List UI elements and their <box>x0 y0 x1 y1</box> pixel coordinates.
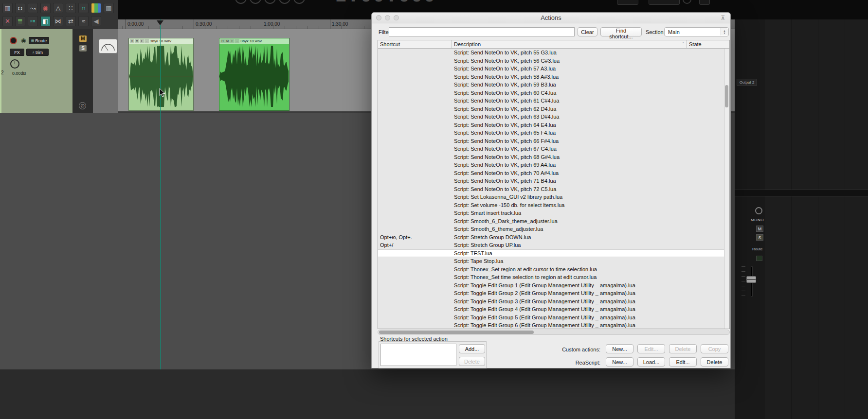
find-shortcut-button[interactable]: Find shortcut... <box>600 27 642 36</box>
volume-fader-handle[interactable] <box>746 276 756 283</box>
item-mute-icon[interactable]: M <box>225 39 230 43</box>
reascript-button[interactable]: New... <box>606 357 633 367</box>
track-list-icon[interactable]: ≣ <box>15 16 25 26</box>
media-item-1[interactable]: ⊓MF~ Звук 18.wav <box>128 38 194 111</box>
action-row[interactable]: Opt+ю, Opt+. Script: Stretch Group DOWN.… <box>378 233 729 242</box>
record-arm-button[interactable] <box>10 37 17 44</box>
mono-stereo-icon[interactable] <box>755 207 762 214</box>
fx-button[interactable]: FX <box>10 49 24 56</box>
horizontal-scrollbar[interactable] <box>378 330 730 335</box>
trim-button[interactable]: ∧ trim <box>26 49 49 56</box>
undo-icon[interactable]: ◀ <box>91 16 101 26</box>
record-monitor-icon[interactable]: ◉ <box>21 37 26 44</box>
mute-button[interactable]: M <box>79 35 87 42</box>
mixer-route-label[interactable]: Route <box>752 247 762 251</box>
dropdown-stepper-icon[interactable]: ▲▼ <box>721 28 728 35</box>
action-row[interactable]: Script: Send NoteOn to VK, pitch 55 G3.l… <box>378 49 729 57</box>
action-row[interactable]: Script: Smooth_6_Dark_theme_adjuster.lua <box>378 217 729 226</box>
action-row[interactable]: Script: Send NoteOn to VK, pitch 64 E4.l… <box>378 121 729 129</box>
route-button[interactable]: ▦ Route <box>29 37 49 44</box>
env-edit-icon[interactable]: ≈ <box>78 16 89 26</box>
action-row[interactable]: Script: Toggle Edit Group 4 (Edit Group … <box>378 305 729 314</box>
action-row[interactable]: Script: Smooth_6_theme_adjuster.lua <box>378 225 729 233</box>
action-row[interactable]: Script: Send NoteOn to VK, pitch 67 G4.l… <box>378 145 729 153</box>
transport-button-partial[interactable] <box>293 0 305 4</box>
item-lock-icon[interactable]: ⊓ <box>130 39 134 43</box>
shortcut-button[interactable]: Add... <box>459 344 485 353</box>
dual-pane-icon[interactable]: ◧ <box>40 16 51 26</box>
action-row[interactable]: Script: Send NoteOn to VK, pitch 57 A3.l… <box>378 65 729 73</box>
media-item-2[interactable]: ⊓MF~ Звук 18.wav <box>219 38 289 111</box>
dock-pin-icon[interactable]: ⊼ <box>720 15 726 21</box>
envelope-icon[interactable]: ↝ <box>28 3 38 13</box>
snap-icon[interactable]: ∩ <box>78 3 89 13</box>
action-row[interactable]: Script: Send NoteOn to VK, pitch 61 C#4.… <box>378 97 729 105</box>
actions-titlebar[interactable]: Actions ⊼ <box>372 13 730 23</box>
metronome-icon[interactable]: △ <box>53 3 63 13</box>
horizontal-scrollbar-thumb[interactable] <box>379 331 534 334</box>
action-row[interactable]: Script: Thonex_Set region at edit cursor… <box>378 265 729 274</box>
action-row[interactable]: Script: Send NoteOn to VK, pitch 72 C5.l… <box>378 185 729 193</box>
reascript-button[interactable]: Delete <box>701 357 728 367</box>
ripple-icon[interactable]: ⇄ <box>66 16 76 26</box>
action-row[interactable]: Script: Send NoteOn to VK, pitch 63 D#4.… <box>378 113 729 121</box>
action-row[interactable]: Opt+/ Script: Stretch Group UP.lua <box>378 241 729 249</box>
transport-button-partial[interactable] <box>264 0 276 4</box>
action-row[interactable]: Script: Smart insert track.lua <box>378 209 729 217</box>
item-mute-icon[interactable]: M <box>135 39 139 43</box>
column-header-state[interactable]: State <box>687 40 729 48</box>
action-row[interactable]: Script: Send NoteOn to VK, pitch 65 F4.l… <box>378 129 729 137</box>
volume-readout[interactable]: 0.00dB <box>12 71 26 76</box>
action-row[interactable]: Script: Tape Stop.lua <box>378 257 729 265</box>
item-lock-icon[interactable]: ⊓ <box>220 39 225 43</box>
action-row[interactable]: Script: Send NoteOn to VK, pitch 59 B3.l… <box>378 81 729 89</box>
edit-cursor-handle[interactable] <box>157 20 163 25</box>
transport-button-partial[interactable] <box>235 0 247 4</box>
theme-colors-icon[interactable]: ■ <box>91 3 101 13</box>
action-row[interactable]: Script: Toggle Edit Group 6 (Edit Group … <box>378 321 729 329</box>
actions-list[interactable]: Script: Send NoteOn to VK, pitch 55 G3.l… <box>378 49 729 329</box>
phase-button[interactable]: ∅ <box>79 102 86 109</box>
transport-button-partial[interactable] <box>279 0 290 4</box>
action-row[interactable]: Script: Send NoteOn to VK, pitch 70 A#4.… <box>378 169 729 177</box>
action-row[interactable]: Script: Toggle Edit Group 1 (Edit Group … <box>378 281 729 290</box>
routing-icon[interactable]: ▥ <box>2 3 13 13</box>
action-row[interactable]: Script: Thonex_Set time selection to reg… <box>378 273 729 281</box>
action-row[interactable]: Script: Toggle Edit Group 3 (Edit Group … <box>378 297 729 306</box>
action-row[interactable]: Script: Set Lokasenna_GUI v2 library pat… <box>378 193 729 201</box>
lock-icon[interactable]: ◘ <box>15 3 25 13</box>
mixer-solo-button[interactable]: S <box>756 234 763 241</box>
action-row[interactable]: Script: Send NoteOn to VK, pitch 71 B4.l… <box>378 177 729 185</box>
item-env-icon[interactable]: ~ <box>145 39 149 43</box>
action-row[interactable]: Script: Toggle Edit Group 5 (Edit Group … <box>378 314 729 322</box>
column-header-description[interactable]: Description ˆ <box>452 40 687 48</box>
reascript-button[interactable]: Edit... <box>669 357 697 367</box>
section-dropdown[interactable]: Main ▲▼ <box>664 27 729 36</box>
crossfade-icon[interactable]: ⋈ <box>53 16 63 26</box>
tempo-display-partial[interactable] <box>617 0 638 5</box>
item-fx-icon[interactable]: F <box>230 39 235 43</box>
vertical-scrollbar-thumb[interactable] <box>725 85 728 107</box>
action-row[interactable]: Script: Send NoteOn to VK, pitch 60 C4.l… <box>378 89 729 97</box>
action-row[interactable]: Script: Toggle Edit Group 2 (Edit Group … <box>378 289 729 297</box>
action-row[interactable]: Script: Send NoteOn to VK, pitch 66 F#4.… <box>378 137 729 145</box>
output-label[interactable]: Output 2 <box>737 79 757 86</box>
shortcuts-listbox[interactable] <box>380 344 456 366</box>
transport-control-partial[interactable] <box>699 0 710 5</box>
time-signature-partial[interactable] <box>649 0 680 5</box>
transport-knob-partial[interactable] <box>683 0 691 4</box>
action-row[interactable]: Script: TEST.lua <box>378 249 729 258</box>
io-icon[interactable]: ◉ <box>40 3 51 13</box>
mixer-mute-button[interactable]: M <box>756 226 763 232</box>
action-row[interactable]: Script: Set volume -150 db. for select i… <box>378 201 729 210</box>
grid-dots-icon[interactable]: ∷ <box>66 3 76 13</box>
clear-button[interactable]: Clear <box>578 27 597 36</box>
action-row[interactable]: Script: Send NoteOn to VK, pitch 69 A4.l… <box>378 161 729 169</box>
action-row[interactable]: Script: Send NoteOn to VK, pitch 58 A#3.… <box>378 73 729 81</box>
fx-midi-icon[interactable]: FX <box>28 16 38 26</box>
reascript-button[interactable]: Load... <box>637 357 665 367</box>
action-row[interactable]: Script: Send NoteOn to VK, pitch 62 D4.l… <box>378 105 729 113</box>
volume-knob[interactable] <box>10 59 19 69</box>
transport-button-partial[interactable] <box>250 0 261 4</box>
column-header-shortcut[interactable]: Shortcut <box>378 40 452 48</box>
